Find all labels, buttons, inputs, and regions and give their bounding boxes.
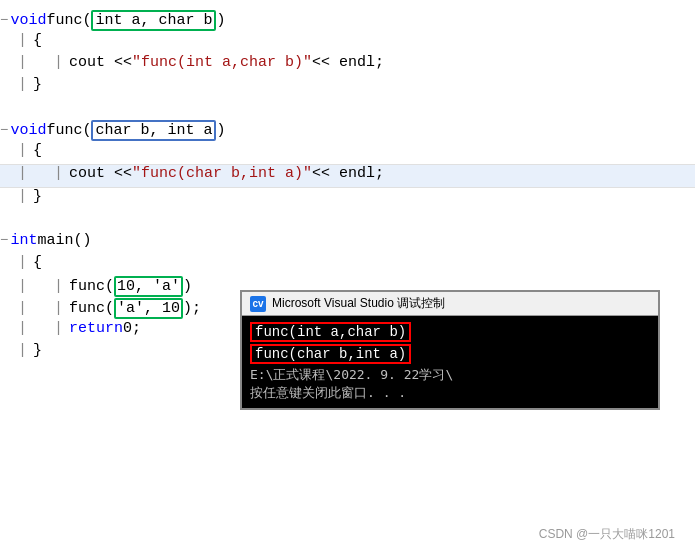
collapse-func2[interactable]: −: [0, 122, 8, 138]
func2-params: char b, int a: [91, 120, 216, 141]
func1-name: func: [46, 12, 82, 29]
func2-body: | | cout << "func(char b,int a)" << endl…: [0, 165, 695, 187]
func2-header-line: − void func ( char b, int a ): [0, 120, 695, 142]
main-header-line: − int main(): [0, 232, 695, 254]
func1-body: | | cout << "func(int a,char b)" << endl…: [0, 54, 695, 76]
func2-void: void: [10, 122, 46, 139]
console-title-bar: cv Microsoft Visual Studio 调试控制: [242, 292, 658, 316]
func1-section: − void func ( int a, char b ) | { | | co…: [0, 10, 695, 98]
console-path-line: E:\正式课程\2022. 9. 22学习\: [250, 366, 650, 384]
main-int: int: [10, 232, 37, 249]
console-window: cv Microsoft Visual Studio 调试控制 func(int…: [240, 290, 660, 410]
func1-void: void: [10, 12, 46, 29]
console-title: Microsoft Visual Studio 调试控制: [272, 295, 445, 312]
console-prompt: 按任意键关闭此窗口. . .: [250, 385, 406, 400]
collapse-func1[interactable]: −: [0, 12, 8, 28]
func2-brace-close: | }: [0, 188, 695, 210]
watermark: CSDN @一只大喵咪1201: [539, 526, 675, 543]
main-brace-open: | {: [0, 254, 695, 276]
func2-brace-open: | {: [0, 142, 695, 164]
console-path: E:\正式课程\2022. 9. 22学习\: [250, 367, 453, 382]
console-output2-box: func(char b,int a): [250, 344, 411, 364]
func1-params: int a, char b: [91, 10, 216, 31]
main-name: main(): [37, 232, 91, 249]
collapse-main[interactable]: −: [0, 232, 8, 248]
console-output1: func(int a,char b): [255, 324, 406, 340]
main-call1-args: 10, 'a': [114, 276, 183, 297]
vs-icon: cv: [250, 296, 266, 312]
main-call2-args: 'a', 10: [114, 298, 183, 319]
func2-name: func: [46, 122, 82, 139]
func2-section: − void func ( char b, int a ) | { | | co…: [0, 120, 695, 210]
func1-brace-open: | {: [0, 32, 695, 54]
console-output2: func(char b,int a): [255, 346, 406, 362]
console-output1-box: func(int a,char b): [250, 322, 411, 342]
func1-brace-close: | }: [0, 76, 695, 98]
func1-header-line: − void func ( int a, char b ): [0, 10, 695, 32]
console-prompt-line: 按任意键关闭此窗口. . .: [250, 384, 650, 402]
console-body: func(int a,char b) func(char b,int a) E:…: [242, 316, 658, 408]
